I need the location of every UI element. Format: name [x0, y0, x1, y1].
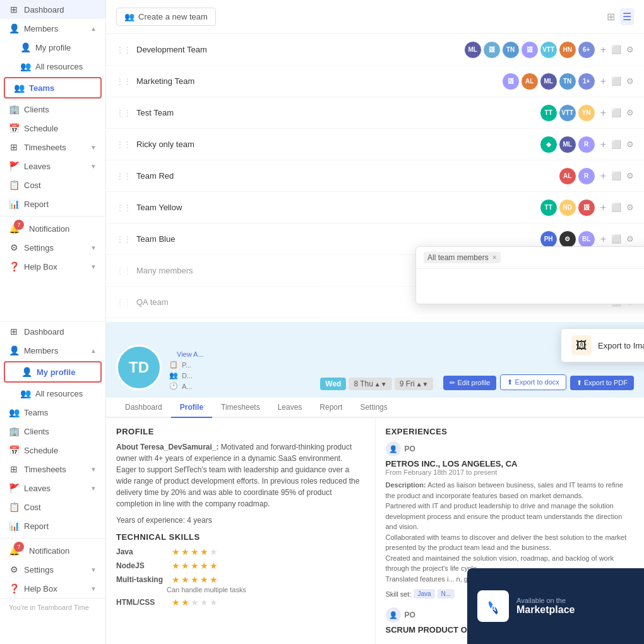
sidebar-item-dashboard[interactable]: ⊞ Dashboard [0, 0, 105, 19]
create-team-button[interactable]: 👥 Create a new team [116, 8, 216, 26]
exp-company: PETROS INC., LOS ANGELES, CA [386, 459, 635, 468]
team-copy-icon[interactable]: ⬜ [611, 203, 621, 212]
sidebar-item-label: Dashboard [24, 5, 97, 15]
dropdown-tag-remove[interactable]: × [492, 253, 497, 262]
sidebar-item-label: My profile [35, 43, 97, 52]
team-more-icon[interactable]: ⚙ [626, 203, 634, 212]
dropdown-tag: All team members × [424, 252, 501, 263]
members-icon: 👤 [9, 23, 19, 33]
sidebar-item-all-resources2[interactable]: 👥 All resources [0, 384, 105, 403]
sidebar-item-label: Timesheets [24, 465, 85, 474]
tab-report[interactable]: Report [311, 398, 351, 418]
drag-handle[interactable]: ⋮⋮ [116, 266, 131, 275]
sidebar-item-settings2[interactable]: ⚙ Settings ▼ [0, 560, 105, 579]
add-member-button[interactable]: + [600, 202, 606, 213]
sidebar-item-label: Schedule [24, 124, 97, 133]
export-popup[interactable]: 🖼 Export to Image [561, 328, 644, 362]
team-more-icon[interactable]: ⚙ [626, 234, 634, 244]
sidebar-item-help-box2[interactable]: ❓ Help Box ▼ [0, 579, 105, 598]
skills-section-title: TECHNICAL SKILLS [116, 532, 365, 542]
add-member-button[interactable]: + [600, 44, 606, 56]
team-copy-icon[interactable]: ⬜ [611, 140, 621, 149]
sidebar-item-label: Cost [24, 181, 97, 190]
sidebar-item-clients2[interactable]: 🏢 Clients [0, 422, 105, 441]
export-docx-button[interactable]: ⬆ Export to docx [500, 374, 566, 390]
list-view-button[interactable]: ☰ [620, 8, 634, 25]
schedule-fri: 9 Fri ▲▼ [395, 378, 434, 390]
drag-handle[interactable]: ⋮⋮ [116, 140, 131, 149]
chevron-down-icon: ▼ [90, 566, 97, 573]
team-copy-icon[interactable]: ⬜ [611, 76, 621, 86]
drag-handle[interactable]: ⋮⋮ [116, 298, 131, 307]
sidebar-item-report[interactable]: 📊 Report [0, 194, 105, 213]
team-more-icon[interactable]: ⚙ [626, 45, 634, 54]
drag-handle[interactable]: ⋮⋮ [116, 203, 131, 212]
team-more-icon[interactable]: ⚙ [626, 76, 634, 86]
drag-handle[interactable]: ⋮⋮ [116, 77, 131, 86]
sidebar-item-teams2[interactable]: 👥 Teams [0, 403, 105, 422]
sidebar-item-report2[interactable]: 📊 Report [0, 516, 105, 535]
team-more-icon[interactable]: ⚙ [626, 171, 634, 181]
add-member-button[interactable]: + [600, 76, 606, 87]
sidebar-item-settings[interactable]: ⚙ Settings ▼ [0, 238, 105, 257]
about-text: About Teresa_DevSamurai_: Motivated and … [116, 441, 365, 510]
team-copy-icon[interactable]: ⬜ [611, 45, 621, 54]
team-copy-icon[interactable]: ⬜ [611, 171, 621, 181]
tab-timesheets[interactable]: Timesheets [212, 398, 269, 418]
grid-view-button[interactable]: ⊞ [604, 8, 617, 25]
sidebar-item-leaves[interactable]: 🚩 Leaves ▼ [0, 157, 105, 176]
add-member-button[interactable]: + [600, 107, 606, 119]
sidebar-item-dashboard2[interactable]: ⊞ Dashboard [0, 322, 105, 341]
drag-handle[interactable]: ⋮⋮ [116, 109, 131, 117]
sidebar-item-my-profile[interactable]: 👤 My profile [0, 38, 105, 57]
sidebar-item-leaves2[interactable]: 🚩 Leaves ▼ [0, 479, 105, 498]
drag-handle[interactable]: ⋮⋮ [116, 235, 131, 244]
add-member-button[interactable]: + [600, 234, 606, 245]
settings2-icon: ⚙ [9, 564, 19, 575]
sidebar-item-label: Leaves [24, 484, 85, 493]
sidebar-item-label: All resources [35, 62, 97, 71]
team-more-icon[interactable]: ⚙ [626, 140, 634, 149]
cost-icon: 📋 [9, 180, 19, 190]
sidebar-item-cost2[interactable]: 📋 Cost [0, 498, 105, 516]
sidebar-item-cost[interactable]: 📋 Cost [0, 176, 105, 194]
team-member-dropdown[interactable]: All team members × ▼ ↔ ≡ [415, 246, 644, 304]
sidebar-item-schedule2[interactable]: 📅 Schedule [0, 441, 105, 460]
tab-dashboard[interactable]: Dashboard [116, 398, 171, 418]
add-member-button[interactable]: + [600, 139, 606, 150]
sidebar-item-teams[interactable]: 👥 Teams [4, 77, 102, 98]
drag-handle[interactable]: ⋮⋮ [116, 45, 131, 54]
team-copy-icon[interactable]: ⬜ [611, 234, 621, 244]
export-pdf-button[interactable]: ⬆ Export to PDF [570, 376, 634, 390]
add-member-button[interactable]: + [600, 170, 606, 182]
sidebar-item-members[interactable]: 👤 Members ▲ [0, 19, 105, 38]
tab-leaves[interactable]: Leaves [269, 398, 311, 418]
sidebar-item-label: Schedule [24, 446, 97, 455]
sidebar-item-label: My profile [37, 367, 92, 377]
chevron-down-icon: ▼ [90, 485, 97, 492]
team-more-icon[interactable]: ⚙ [626, 108, 634, 117]
sidebar-item-notification2[interactable]: 🔔 7 Notification [0, 541, 105, 560]
sidebar-item-clients[interactable]: 🏢 Clients [0, 100, 105, 119]
sidebar-item-my-profile2[interactable]: 👤 My profile [4, 361, 102, 383]
drag-handle[interactable]: ⋮⋮ [116, 172, 131, 181]
sidebar-item-timesheets2[interactable]: ⊞ Timesheets ▼ [0, 460, 105, 479]
tab-profile[interactable]: Profile [171, 398, 212, 418]
schedule-icon: 📋 [169, 361, 178, 369]
sidebar-item-all-resources[interactable]: 👥 All resources [0, 57, 105, 76]
sidebar-item-schedule[interactable]: 📅 Schedule [0, 119, 105, 138]
export-icon: 🖼 [571, 335, 592, 355]
sidebar-item-label: Leaves [24, 162, 85, 171]
schedule-info: P... [182, 361, 191, 369]
sidebar-item-notification[interactable]: 🔔 7 Notification [0, 219, 105, 238]
tab-settings[interactable]: Settings [351, 398, 396, 418]
schedule-icon: 📅 [9, 123, 19, 133]
edit-profile-button[interactable]: ✏ Edit profile [443, 376, 496, 390]
export-label: Export to Image [598, 341, 644, 350]
sidebar-item-timesheets[interactable]: ⊞ Timesheets ▼ [0, 138, 105, 157]
team-copy-icon[interactable]: ⬜ [611, 108, 621, 117]
sidebar-item-members2[interactable]: 👤 Members ▲ [0, 341, 105, 360]
report-icon: 📊 [9, 199, 19, 209]
view-link[interactable]: View A... [177, 350, 204, 358]
sidebar-item-help-box[interactable]: ❓ Help Box ▼ [0, 257, 105, 276]
